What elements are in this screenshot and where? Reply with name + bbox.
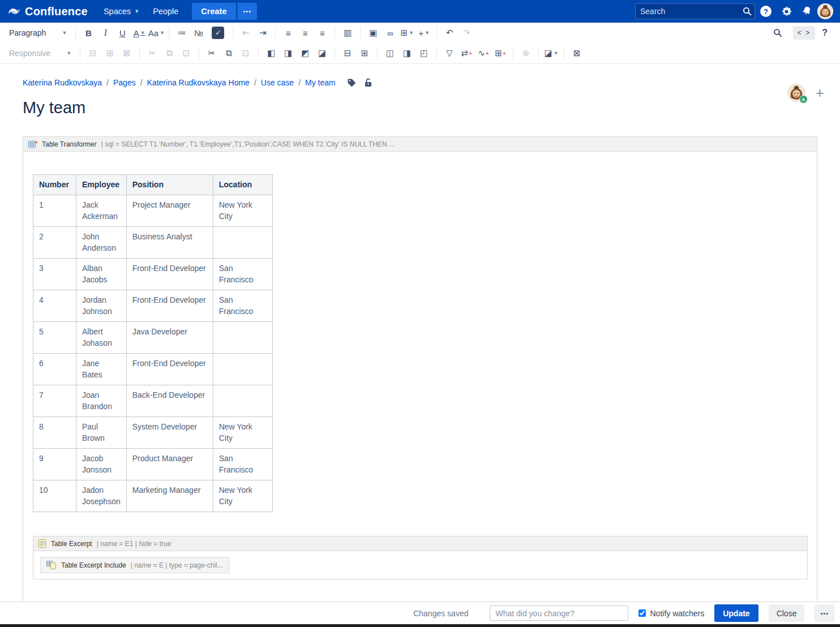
indent-icon[interactable]: ⇥: [254, 25, 271, 41]
change-comment-input[interactable]: [490, 605, 628, 621]
table-cell[interactable]: Product Manager: [126, 449, 213, 480]
table-heading-column-icon[interactable]: ⊞: [356, 45, 373, 61]
breadcrumb-link[interactable]: Katerina Rudkovskaya: [23, 78, 102, 87]
table-cell[interactable]: Business Analyst: [126, 227, 213, 259]
find-replace-icon[interactable]: [769, 25, 786, 41]
table-cell[interactable]: 8: [33, 417, 76, 449]
table-cell[interactable]: John Anderson: [76, 227, 127, 259]
cut-row-icon[interactable]: ✂: [144, 45, 161, 61]
table-header-cell[interactable]: Employee: [76, 175, 127, 195]
bell-icon[interactable]: [797, 2, 816, 21]
table-cell[interactable]: Project Manager: [126, 195, 213, 227]
breadcrumb-link[interactable]: Pages: [113, 78, 136, 87]
merge-cells-icon[interactable]: ◫: [382, 45, 398, 61]
table-cell[interactable]: System Developer: [126, 417, 213, 449]
nav-item-people[interactable]: People: [146, 3, 185, 20]
cell-options-icon[interactable]: ◰: [415, 45, 432, 61]
search-input[interactable]: [640, 7, 743, 16]
table-cell[interactable]: 4: [33, 290, 76, 322]
search-icon[interactable]: [743, 7, 752, 16]
table-remove-row-icon[interactable]: ⊠: [118, 45, 135, 61]
underline-icon[interactable]: U: [114, 25, 131, 41]
table-insert-row-before-icon[interactable]: ⊟: [84, 45, 101, 61]
table-cell[interactable]: Marketing Manager: [126, 480, 213, 512]
user-avatar[interactable]: [817, 3, 833, 19]
table-cell[interactable]: 9: [33, 449, 76, 480]
gear-icon[interactable]: [777, 2, 796, 21]
table-header-cell[interactable]: Location: [213, 175, 272, 195]
table-cell[interactable]: San Francisco: [213, 259, 272, 290]
editor-help-icon[interactable]: ?: [822, 28, 828, 38]
table-cell[interactable]: Back-End Developer: [126, 385, 213, 417]
table-cell[interactable]: 1: [33, 195, 76, 227]
table-cell[interactable]: Jane Bates: [76, 354, 127, 385]
transform-table-icon[interactable]: ⊞: [492, 45, 509, 61]
table-cell[interactable]: Java Developer: [126, 322, 213, 354]
remove-row-icon[interactable]: ◪: [314, 45, 331, 61]
table-insert-row-after-icon[interactable]: ⊞: [101, 45, 118, 61]
insert-link-icon[interactable]: ∞: [382, 25, 398, 41]
table-excerpt-macro[interactable]: Table Excerpt | name = E1 | hide = true …: [33, 536, 808, 579]
labels-tag-icon[interactable]: [347, 78, 356, 87]
remove-column-icon[interactable]: ◩: [297, 45, 314, 61]
table-cell[interactable]: [213, 322, 272, 354]
unlock-icon[interactable]: [364, 78, 372, 87]
page-layout-icon[interactable]: ▥: [339, 25, 356, 41]
insert-image-icon[interactable]: ▣: [365, 25, 382, 41]
remove-table-icon[interactable]: ⊠: [568, 45, 585, 61]
cut-column-icon[interactable]: ✂: [203, 45, 220, 61]
outdent-icon[interactable]: ⇤: [237, 25, 254, 41]
table-cell[interactable]: Front-End Developer: [126, 290, 213, 322]
copy-column-icon[interactable]: ⧉: [220, 45, 237, 61]
breadcrumb-link[interactable]: Use case: [261, 78, 294, 87]
table-header-cell[interactable]: Number: [33, 175, 76, 195]
table-transformer-macro[interactable]: Table Transformer | sql = SELECT T1.'Num…: [23, 136, 817, 608]
table-cell[interactable]: 2: [33, 227, 76, 259]
italic-icon[interactable]: I: [97, 25, 114, 41]
confluence-logo[interactable]: Confluence: [8, 5, 88, 18]
table-cell[interactable]: San Francisco: [213, 449, 272, 480]
split-cells-icon[interactable]: ◨: [398, 45, 415, 61]
table-cell[interactable]: 5: [33, 322, 76, 354]
notify-watchers-checkbox[interactable]: [638, 609, 646, 617]
more-text-styles-icon[interactable]: Aa▼: [148, 25, 165, 41]
undo-icon[interactable]: ↶: [441, 25, 458, 41]
insert-table-icon[interactable]: ⊞▼: [398, 25, 415, 41]
add-numbering-icon[interactable]: ⊕: [517, 45, 534, 61]
table-heading-row-icon[interactable]: ⊟: [339, 45, 356, 61]
create-more-button[interactable]: •••: [237, 3, 258, 20]
table-cell[interactable]: Jordan Johnson: [76, 290, 127, 322]
table-cell[interactable]: New York City: [213, 480, 272, 512]
paste-column-icon[interactable]: ⊡: [237, 45, 254, 61]
table-cell[interactable]: 10: [33, 480, 76, 512]
table-cell[interactable]: 3: [33, 259, 76, 290]
table-header-cell[interactable]: Position: [126, 175, 213, 195]
table-cell[interactable]: Joan Brandon: [76, 385, 127, 417]
table-cell[interactable]: 7: [33, 385, 76, 417]
table-transformer-macro-header[interactable]: Table Transformer | sql = SELECT T1.'Num…: [23, 137, 817, 152]
close-button[interactable]: Close: [769, 604, 805, 622]
table-cell[interactable]: Front-End Developer: [126, 259, 213, 290]
global-search[interactable]: [635, 3, 755, 19]
align-left-icon[interactable]: ≡: [280, 25, 297, 41]
cell-color-icon[interactable]: ◪▼: [543, 45, 560, 61]
redo-icon[interactable]: ↷: [458, 25, 475, 41]
table-cell[interactable]: Alban Jacobs: [76, 259, 127, 290]
copy-row-icon[interactable]: ⧉: [161, 45, 178, 61]
contributor-avatar[interactable]: A: [787, 84, 805, 102]
align-center-icon[interactable]: ≡: [297, 25, 314, 41]
nav-item-spaces[interactable]: Spaces▼: [97, 3, 146, 20]
bold-icon[interactable]: B: [80, 25, 97, 41]
table-cell[interactable]: Front-End Developer: [126, 354, 213, 385]
insert-column-right-icon[interactable]: ◨: [280, 45, 297, 61]
create-button[interactable]: Create: [192, 3, 235, 20]
table-cell[interactable]: [213, 227, 272, 259]
table-cell[interactable]: Paul Brown: [76, 417, 127, 449]
table-cell[interactable]: Jacob Jonsson: [76, 449, 127, 480]
source-editor-button[interactable]: < >: [793, 26, 815, 40]
table-cell[interactable]: [213, 354, 272, 385]
table-cell[interactable]: Albert Johason: [76, 322, 127, 354]
align-right-icon[interactable]: ≡: [314, 25, 331, 41]
table-cell[interactable]: [213, 385, 272, 417]
insert-more-icon[interactable]: +▼: [415, 25, 432, 41]
